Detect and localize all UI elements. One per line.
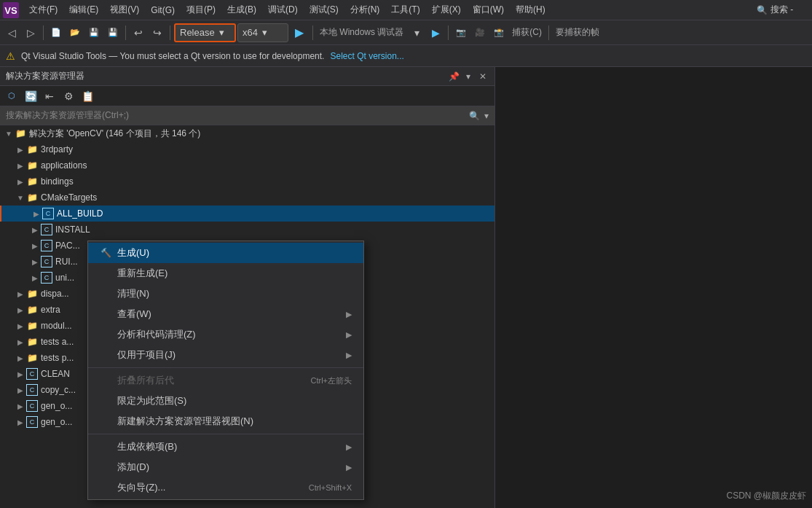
view-btn[interactable]: 📋 — [79, 87, 96, 105]
solution-icon-btn[interactable]: ⬡ — [3, 87, 20, 105]
ctx-deps[interactable]: 生成依赖项(B) ▶ — [88, 437, 363, 457]
solution-root[interactable]: ▼ 📁 解决方案 'OpenCV' (146 个项目，共 146 个) — [0, 125, 494, 141]
ctx-project-only-arrow: ▶ — [346, 351, 352, 360]
vs-logo: VS — [3, 2, 19, 18]
clean-icon — [100, 288, 111, 300]
capture-frames-btn2[interactable]: 🎥 — [471, 24, 489, 42]
tree-item-applications[interactable]: ▶ 📁 applications — [0, 157, 494, 173]
ctx-clean[interactable]: 清理(N) — [88, 284, 363, 304]
solution-icon: 📁 — [15, 128, 26, 139]
search-down-btn[interactable]: ▾ — [484, 111, 489, 121]
label-gen-o2: gen_o... — [41, 417, 72, 427]
tree-item-3rdparty[interactable]: ▶ 📁 3rdparty — [0, 141, 494, 157]
folder-icon-tests-a: 📁 — [26, 336, 38, 348]
ctx-scope[interactable]: 限定为此范围(S) — [88, 391, 363, 411]
menu-git[interactable]: Git(G) — [145, 0, 181, 20]
save-btn[interactable]: 💾 — [85, 24, 103, 42]
expand-solution: ▼ — [3, 128, 15, 139]
menu-project[interactable]: 项目(P) — [181, 0, 221, 20]
menu-tools[interactable]: 工具(T) — [385, 0, 425, 20]
menu-analyze[interactable]: 分析(N) — [344, 0, 386, 20]
cmake-icon-pac: C — [41, 240, 52, 251]
folder-icon-apps: 📁 — [26, 160, 38, 171]
close-panel-btn[interactable]: ✕ — [477, 71, 489, 82]
menu-edit[interactable]: 编辑(E) — [63, 0, 104, 20]
start-debug-btn[interactable]: ▶ — [290, 23, 309, 42]
ctx-collapse-label: 折叠所有后代 — [117, 374, 174, 387]
platform-dropdown[interactable]: x64 ▾ — [237, 23, 288, 42]
menu-debug[interactable]: 调试(D) — [262, 0, 304, 20]
tree-item-install[interactable]: ▶ C INSTALL — [0, 222, 494, 238]
capture-frames-btn3[interactable]: 📸 — [490, 24, 508, 42]
search-bar-menu[interactable]: 🔍 搜索 - — [751, 0, 809, 20]
forward-btn[interactable]: ▷ — [22, 24, 39, 42]
expand-pac: ▶ — [29, 240, 41, 251]
save-all-btn[interactable]: 💾 — [104, 24, 122, 42]
ctx-analyze-left: 分析和代码清理(Z) — [100, 328, 196, 341]
collapse-btn[interactable]: ⇤ — [41, 87, 58, 105]
ctx-project-only-label: 仅用于项目(J) — [117, 348, 176, 362]
ctx-wizard-shortcut: Ctrl+Shift+X — [309, 483, 352, 492]
pin-btn[interactable]: 📌 — [448, 71, 460, 82]
cmake-icon-gen-o2: C — [26, 416, 38, 428]
add-icon — [100, 461, 111, 473]
ctx-sep1 — [88, 367, 363, 368]
ctx-view-label: 查看(W) — [117, 308, 151, 321]
menu-extensions[interactable]: 扩展(X) — [426, 0, 467, 20]
panel-controls: 📌 ▾ ✕ — [448, 71, 489, 82]
menu-test[interactable]: 测试(S) — [304, 0, 344, 20]
analyze-icon — [100, 329, 111, 340]
ctx-new-view[interactable]: 新建解决方案资源管理器视图(N) — [88, 411, 363, 431]
open-btn[interactable]: 📂 — [66, 24, 84, 42]
settings-btn[interactable]: ⚙ — [60, 87, 77, 105]
cmake-icon-copy-c: C — [26, 384, 38, 396]
ctx-project-only[interactable]: 仅用于项目(J) ▶ — [88, 345, 363, 365]
ctx-wizard[interactable]: 矢向导(Z)... Ctrl+Shift+X — [88, 477, 363, 498]
cmake-icon-clean: C — [26, 368, 38, 380]
configuration-dropdown[interactable]: Release ▾ — [174, 23, 236, 42]
sep1 — [43, 26, 44, 40]
ctx-rebuild-label: 重新生成(E) — [117, 267, 167, 280]
label-clean: CLEAN — [41, 369, 70, 379]
tree-item-all-build[interactable]: ▶ C ALL_BUILD — [0, 206, 494, 222]
project-only-icon — [100, 349, 111, 361]
menu-help[interactable]: 帮助(H) — [510, 0, 551, 20]
tree-item-bindings[interactable]: ▶ 📁 bindings — [0, 173, 494, 189]
menu-window[interactable]: 窗口(W) — [467, 0, 510, 20]
refresh-btn[interactable]: 🔄 — [22, 87, 39, 105]
capture-frames-btn1[interactable]: 📷 — [452, 24, 470, 42]
platform-arrow: ▾ — [262, 27, 267, 38]
debug-dropdown-btn[interactable]: ▾ — [408, 24, 425, 42]
menu-build[interactable]: 生成(B) — [221, 0, 262, 20]
back-btn[interactable]: ◁ — [3, 24, 20, 42]
folder-icon-extra: 📁 — [26, 304, 38, 316]
scope-icon — [100, 395, 111, 407]
expand-cmake: ▼ — [15, 192, 26, 203]
label-cmake: CMakeTargets — [41, 192, 97, 203]
editor-area — [495, 67, 812, 508]
ctx-build[interactable]: 🔨 生成(U) — [88, 243, 363, 263]
undo-btn[interactable]: ↩ — [130, 24, 147, 42]
ctx-add[interactable]: 添加(D) ▶ — [88, 457, 363, 477]
cmake-icon-install: C — [41, 224, 52, 235]
expand-clean: ▶ — [15, 368, 26, 380]
qt-version-link[interactable]: Select Qt version... — [330, 51, 403, 61]
menu-file[interactable]: 文件(F) — [23, 0, 63, 20]
folder-icon-modul: 📁 — [26, 320, 38, 332]
ctx-view[interactable]: 查看(W) ▶ — [88, 304, 363, 324]
watermark-text: CSDN @椒颜皮皮虾 — [726, 491, 806, 501]
search-btn[interactable]: 🔍 — [469, 111, 480, 121]
expand-3rdparty: ▶ — [15, 144, 26, 155]
new-file-btn[interactable]: 📄 — [47, 24, 65, 42]
menu-view[interactable]: 视图(V) — [104, 0, 145, 20]
ctx-analyze[interactable]: 分析和代码清理(Z) ▶ — [88, 324, 363, 345]
redo-btn[interactable]: ↪ — [149, 24, 166, 42]
folder-icon-bindings: 📁 — [26, 176, 38, 187]
debug-play-btn[interactable]: ▶ — [427, 24, 444, 42]
tree-item-cmaketargets[interactable]: ▼ 📁 CMakeTargets — [0, 189, 494, 206]
dropdown-panel-btn[interactable]: ▾ — [462, 71, 474, 82]
label-all-build: ALL_BUILD — [57, 208, 103, 219]
ctx-rebuild[interactable]: 重新生成(E) — [88, 263, 363, 284]
folder-icon-3rdparty: 📁 — [26, 144, 38, 155]
label-extra: extra — [41, 305, 60, 315]
